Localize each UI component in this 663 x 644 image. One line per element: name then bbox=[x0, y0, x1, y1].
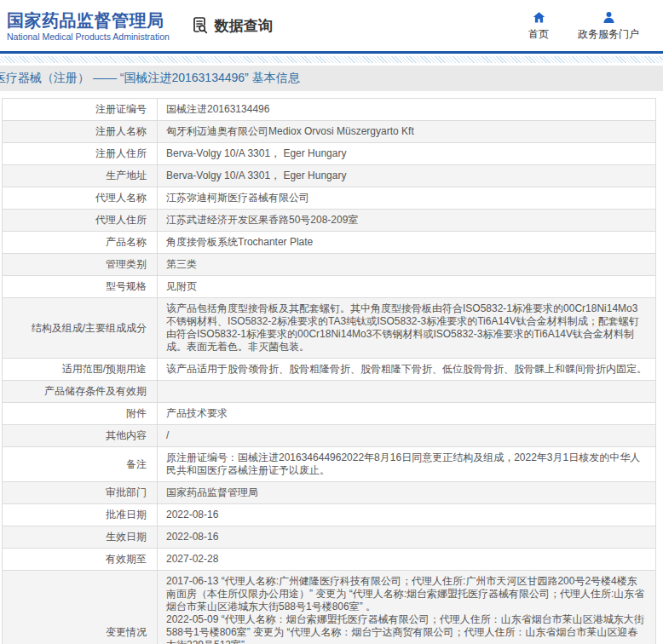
table-row: 附件 产品技术要求 bbox=[3, 403, 656, 425]
row-label: 产品储存条件及有效期 bbox=[3, 381, 158, 403]
row-label: 注册证编号 bbox=[3, 99, 158, 121]
row-label: 型号规格 bbox=[3, 276, 158, 298]
row-label: 管理类别 bbox=[3, 254, 158, 276]
table-row: 注册人住所 Berva-Volgy 10/A 3301， Eger Hungar… bbox=[3, 143, 656, 165]
table-row: 有效期至 2027-02-28 bbox=[3, 549, 656, 571]
row-value: 产品技术要求 bbox=[158, 403, 656, 425]
table-row: 批准日期 2022-08-16 bbox=[3, 504, 656, 526]
row-label: 附件 bbox=[3, 403, 158, 425]
row-label: 备注 bbox=[3, 447, 158, 482]
table-row: 结构及组成/主要组成成分 该产品包括角度型接骨板及其配套螺钉。其中角度型接骨板由… bbox=[3, 298, 656, 359]
info-table-body: 注册证编号 国械注进20163134496 注册人名称 匈牙利迈迪奥有限公司Me… bbox=[3, 99, 656, 644]
table-row: 管理类别 第三类 bbox=[3, 254, 656, 276]
header-nav: 首页 政务服务门户 bbox=[528, 10, 654, 42]
row-label: 审批部门 bbox=[3, 482, 158, 504]
table-row: 注册证编号 国械注进20163134496 bbox=[3, 99, 656, 121]
user-icon bbox=[602, 10, 616, 25]
row-label: 产品名称 bbox=[3, 232, 158, 254]
row-value: 第三类 bbox=[158, 254, 656, 276]
row-value: 原注册证编号：国械注进201634644962022年8月16日同意更正结构及组… bbox=[158, 447, 656, 482]
row-value: 国械注进20163134496 bbox=[158, 99, 656, 121]
nav-gov-portal-label: 政务服务门户 bbox=[578, 27, 639, 42]
row-value: 见附页 bbox=[158, 276, 656, 298]
data-query-label: 数据查询 bbox=[215, 16, 273, 36]
row-label: 代理人住所 bbox=[3, 210, 158, 232]
row-value: 国家药品监督管理局 bbox=[158, 482, 656, 504]
table-row: 变更情况 2017-06-13 “代理人名称:广州健隆医疗科技有限公司；代理人住… bbox=[3, 571, 656, 644]
hatch-band bbox=[0, 56, 663, 63]
row-label: 批准日期 bbox=[3, 504, 158, 526]
data-query-section[interactable]: 数据查询 bbox=[190, 15, 273, 36]
table-row: 备注 原注册证编号：国械注进201634644962022年8月16日同意更正结… bbox=[3, 447, 656, 482]
row-value: / bbox=[158, 425, 656, 447]
row-value: 2022-08-16 bbox=[158, 504, 656, 526]
row-value: 该产品包括角度型接骨板及其配套螺钉。其中角度型接骨板由符合ISO5832-1标准… bbox=[158, 298, 656, 359]
table-row: 产品储存条件及有效期 bbox=[3, 381, 656, 403]
row-label: 代理人名称 bbox=[3, 187, 158, 210]
nav-home-label: 首页 bbox=[528, 27, 549, 42]
row-label: 注册人住所 bbox=[3, 143, 158, 165]
table-row: 审批部门 国家药品监督管理局 bbox=[3, 482, 656, 504]
table-row: 生效日期 2022-08-16 bbox=[3, 526, 656, 549]
table-row: 适用范围/预期用途 该产品适用于股骨颈骨折、股骨粗隆骨折、股骨粗隆下骨折、低位股… bbox=[3, 359, 656, 381]
row-value: 江苏弥迪柯斯医疗器械有限公司 bbox=[158, 187, 656, 210]
row-value: 江苏武进经济开发区果香路50号208-209室 bbox=[158, 210, 656, 232]
registration-info-table: 注册证编号 国械注进20163134496 注册人名称 匈牙利迈迪奥有限公司Me… bbox=[2, 98, 656, 644]
table-row: 其他内容 / bbox=[3, 425, 656, 447]
logo-subtitle: National Medical Products Administration bbox=[7, 32, 170, 42]
site-header: 国家药品监督管理局 National Medical Products Admi… bbox=[0, 0, 663, 51]
nav-home[interactable]: 首页 bbox=[528, 10, 549, 42]
table-row: 注册人名称 匈牙利迈迪奥有限公司Mediox Orvosi Müszergyar… bbox=[3, 121, 656, 143]
page: 国家药品监督管理局 National Medical Products Admi… bbox=[0, 0, 663, 644]
row-value: Berva-Volgy 10/A 3301， Eger Hungary bbox=[158, 143, 656, 165]
row-label: 适用范围/预期用途 bbox=[3, 359, 158, 381]
table-row: 型号规格 见附页 bbox=[3, 276, 656, 298]
breadcrumb: 医疗器械（注册） —— “国械注进20163134496” 基本信息 bbox=[0, 71, 300, 86]
header-divider bbox=[0, 51, 663, 54]
table-row: 代理人住所 江苏武进经济开发区果香路50号208-209室 bbox=[3, 210, 656, 232]
row-label: 生效日期 bbox=[3, 526, 158, 549]
row-label: 有效期至 bbox=[3, 549, 158, 571]
row-label: 结构及组成/主要组成成分 bbox=[3, 298, 158, 359]
row-value: 2022-08-16 bbox=[158, 526, 656, 549]
row-value: 2017-06-13 “代理人名称:广州健隆医疗科技有限公司；代理人住所:广州市… bbox=[158, 571, 656, 644]
row-value bbox=[158, 381, 656, 403]
document-search-icon bbox=[190, 15, 210, 36]
row-label: 注册人名称 bbox=[3, 121, 158, 143]
table-row: 生产地址 Berva-Volgy 10/A 3301， Eger Hungary bbox=[3, 165, 656, 187]
table-row: 代理人名称 江苏弥迪柯斯医疗器械有限公司 bbox=[3, 187, 656, 210]
nav-gov-portal[interactable]: 政务服务门户 bbox=[578, 10, 639, 42]
logo-title: 国家药品监督管理局 bbox=[7, 10, 170, 31]
home-icon bbox=[532, 10, 546, 25]
row-value: 角度接骨板系统Trochanter Plate bbox=[158, 232, 656, 254]
row-value: Berva-Volgy 10/A 3301， Eger Hungary bbox=[158, 165, 656, 187]
row-value: 2027-02-28 bbox=[158, 549, 656, 571]
row-value: 该产品适用于股骨颈骨折、股骨粗隆骨折、股骨粗隆下骨折、低位股骨骨折、股骨髁上和髁… bbox=[158, 359, 656, 381]
row-label: 变更情况 bbox=[3, 571, 158, 644]
row-label: 其他内容 bbox=[3, 425, 158, 447]
logo-link[interactable]: 国家药品监督管理局 National Medical Products Admi… bbox=[7, 10, 170, 42]
table-row: 产品名称 角度接骨板系统Trochanter Plate bbox=[3, 232, 656, 254]
row-label: 生产地址 bbox=[3, 165, 158, 187]
breadcrumb-bar: 医疗器械（注册） —— “国械注进20163134496” 基本信息 bbox=[0, 66, 663, 91]
row-value: 匈牙利迈迪奥有限公司Mediox Orvosi Müszergyarto Kft bbox=[158, 121, 656, 143]
